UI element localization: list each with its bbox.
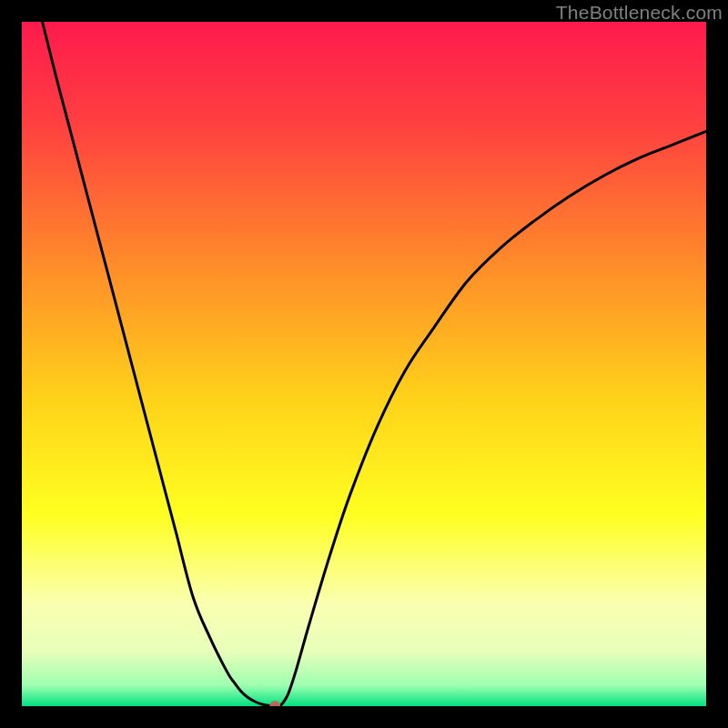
plot-area (22, 22, 706, 706)
chart-frame: TheBottleneck.com (0, 0, 728, 728)
watermark-text: TheBottleneck.com (556, 2, 723, 24)
bottleneck-curve (22, 22, 706, 706)
svg-point-1 (269, 701, 280, 706)
